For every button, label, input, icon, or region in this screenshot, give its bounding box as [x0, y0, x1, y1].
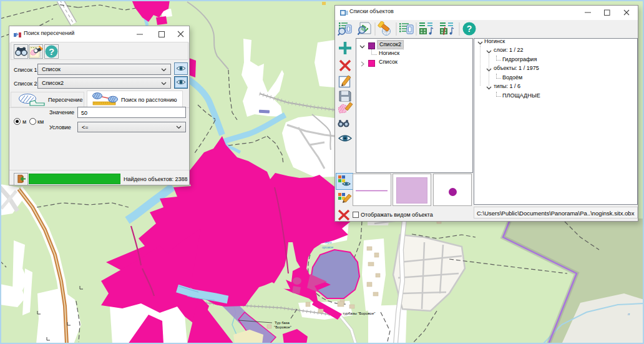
svg-text:?: ? [49, 46, 54, 57]
svg-text:оровое: оровое [322, 245, 333, 249]
svg-text:турбазы "Боровое": турбазы "Боровое" [343, 312, 375, 315]
svg-text:п: п [628, 312, 630, 316]
svg-text:зеро: зеро [324, 240, 332, 244]
svg-text:"Боровое": "Боровое" [274, 325, 291, 329]
svg-text:?: ? [467, 24, 472, 34]
svg-text:Тур база: Тур база [275, 321, 290, 325]
